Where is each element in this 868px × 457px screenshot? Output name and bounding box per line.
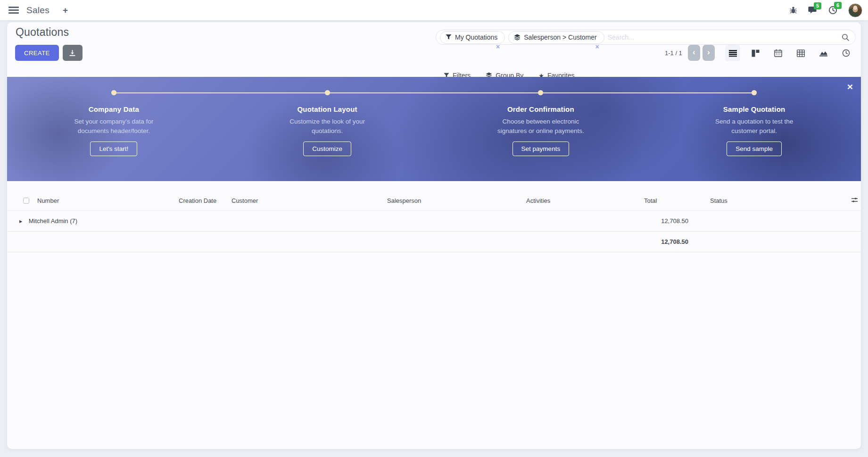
step-description: Set your company's data for documents he… xyxy=(62,117,165,135)
list-header-row: Number Creation Date Customer Salesperso… xyxy=(7,191,861,211)
messages-button[interactable]: 5 xyxy=(808,6,818,15)
lets-start-button[interactable]: Let's start! xyxy=(90,141,137,156)
chevron-left-icon: ‹ xyxy=(693,48,695,57)
top-navbar: Sales + 5 xyxy=(0,0,868,20)
calendar-view-icon xyxy=(774,49,782,57)
pager-next-button[interactable]: › xyxy=(703,45,715,61)
activity-view-icon xyxy=(842,49,850,57)
onboarding-step-company-data: Company Data Set your company's data for… xyxy=(7,90,221,181)
onboarding-step-order-confirmation: Order Confirmation Choose between electr… xyxy=(434,90,648,181)
step-description: Customize the look of your quotations. xyxy=(276,117,379,135)
main-content-card: Quotations CREATE My Quotation xyxy=(7,22,861,449)
control-panel: Quotations CREATE My Quotation xyxy=(7,22,861,77)
view-switcher xyxy=(725,45,853,61)
column-header-number[interactable]: Number xyxy=(33,191,175,211)
step-title: Company Data xyxy=(7,105,221,113)
list-footer-row: 12,708.50 xyxy=(7,232,861,252)
group-row-mitchell-admin[interactable]: ▶ Mitchell Admin (7) 12,708.50 xyxy=(7,211,861,232)
export-button[interactable] xyxy=(63,45,83,61)
column-header-activities[interactable]: Activities xyxy=(522,191,640,211)
facet-remove-icon[interactable]: × xyxy=(595,43,599,50)
pager: 1-1 / 1 ‹ › xyxy=(665,45,717,61)
column-header-total[interactable]: Total xyxy=(640,191,692,211)
chevron-right-icon: › xyxy=(707,48,710,57)
set-payments-button[interactable]: Set payments xyxy=(513,141,570,156)
facet-remove-icon[interactable]: × xyxy=(496,43,500,50)
search-bar[interactable]: My Quotations × Salesperson > Customer × xyxy=(436,30,856,45)
step-title: Quotation Layout xyxy=(221,105,434,113)
step-description: Send a quotation to test the customer po… xyxy=(703,117,806,135)
footer-total: 12,708.50 xyxy=(640,232,692,252)
search-icon[interactable] xyxy=(842,33,850,42)
column-header-creation-date[interactable]: Creation Date xyxy=(175,191,228,211)
pager-range: 1-1 / 1 xyxy=(665,50,682,57)
options-columns-icon[interactable] xyxy=(851,197,858,203)
menu-icon[interactable] xyxy=(8,5,19,15)
facet-label: Salesperson > Customer xyxy=(524,33,596,41)
pivot-view-icon xyxy=(797,50,805,57)
search-input[interactable] xyxy=(608,33,838,41)
onboarding-banner: × Company Data Set your company's data f… xyxy=(7,77,861,181)
column-header-salesperson[interactable]: Salesperson xyxy=(383,191,522,211)
step-dot xyxy=(111,90,116,95)
step-title: Sample Quotation xyxy=(647,105,861,113)
plus-icon[interactable]: + xyxy=(63,5,68,16)
app-name[interactable]: Sales xyxy=(26,5,50,16)
list-view-button[interactable] xyxy=(725,45,740,61)
step-dot xyxy=(538,90,543,95)
create-button[interactable]: CREATE xyxy=(15,45,59,61)
activity-view-button[interactable] xyxy=(838,45,853,61)
pager-previous-button[interactable]: ‹ xyxy=(688,45,700,61)
graph-view-icon xyxy=(819,50,828,57)
activity-count-badge: 6 xyxy=(834,2,842,9)
onboarding-step-sample-quotation: Sample Quotation Send a quotation to tes… xyxy=(647,90,861,181)
onboarding-step-quotation-layout: Quotation Layout Customize the look of y… xyxy=(221,90,434,181)
user-avatar[interactable] xyxy=(848,3,862,17)
search-facet-groupby[interactable]: Salesperson > Customer × xyxy=(508,31,604,44)
group-total: 12,708.50 xyxy=(640,211,692,232)
column-header-customer[interactable]: Customer xyxy=(228,191,383,211)
step-title: Order Confirmation xyxy=(434,105,648,113)
page-title: Quotations xyxy=(16,26,69,39)
graph-view-button[interactable] xyxy=(816,45,831,61)
calendar-view-button[interactable] xyxy=(770,45,785,61)
search-facet-my-quotations[interactable]: My Quotations × xyxy=(440,31,505,44)
facet-label: My Quotations xyxy=(455,33,497,41)
kanban-view-button[interactable] xyxy=(748,45,763,61)
send-sample-button[interactable]: Send sample xyxy=(727,141,782,156)
download-icon xyxy=(69,50,76,57)
bug-icon xyxy=(789,6,797,14)
step-dot xyxy=(752,90,757,95)
step-dot xyxy=(325,90,330,95)
step-description: Choose between electronic signatures or … xyxy=(489,117,592,135)
activities-button[interactable]: 6 xyxy=(828,6,837,15)
layers-icon xyxy=(514,34,521,41)
message-count-badge: 5 xyxy=(814,2,821,9)
select-all-checkbox[interactable] xyxy=(23,198,29,204)
column-header-status[interactable]: Status xyxy=(692,191,831,211)
customize-button[interactable]: Customize xyxy=(303,141,351,156)
caret-right-icon: ▶ xyxy=(19,219,22,224)
group-label: Mitchell Admin (7) xyxy=(29,217,77,224)
pivot-view-button[interactable] xyxy=(793,45,808,61)
quotations-list: Number Creation Date Customer Salesperso… xyxy=(7,191,861,252)
filter-icon xyxy=(446,34,452,40)
debug-button[interactable] xyxy=(789,6,797,14)
kanban-view-icon xyxy=(752,50,760,57)
list-view-icon xyxy=(728,50,737,57)
